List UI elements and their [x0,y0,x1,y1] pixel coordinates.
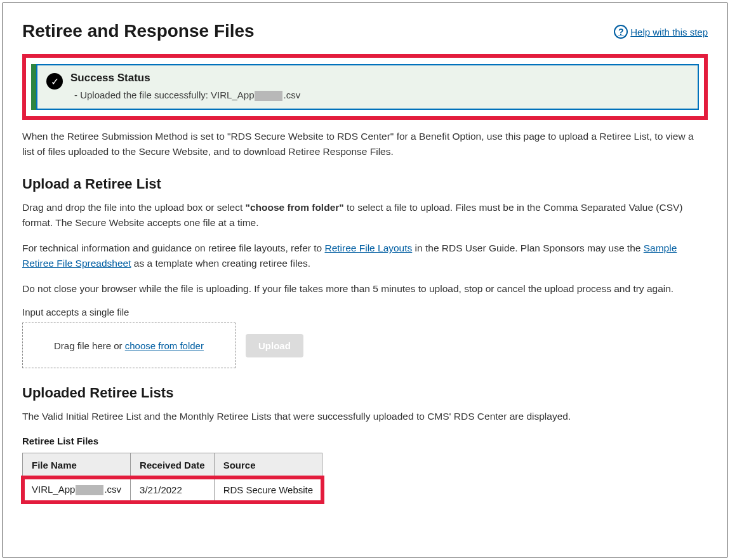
col-file-name: File Name [23,453,131,477]
success-alert-highlight: ✓ Success Status - Uploaded the file suc… [22,54,708,120]
upload-button[interactable]: Upload [246,334,303,357]
table-caption: Retiree List Files [22,436,708,446]
table-row: VIRL_App.csv 3/21/2022 RDS Secure Websit… [23,477,322,502]
alert-title: Success Status [70,72,689,84]
cell-source: RDS Secure Website [214,477,322,502]
cell-file-name: VIRL_App.csv [23,477,131,502]
upload-heading: Upload a Retiree List [22,176,708,192]
upload-instruction-2: For technical information and guidance o… [22,241,708,271]
lists-desc: The Valid Initial Retiree List and the M… [22,409,708,424]
retiree-file-layouts-link[interactable]: Retiree File Layouts [324,243,412,253]
success-alert: ✓ Success Status - Uploaded the file suc… [31,64,699,110]
col-source: Source [214,453,322,477]
check-icon: ✓ [46,73,63,90]
page-title: Retiree and Response Files [22,21,255,41]
retiree-files-table: File Name Received Date Source VIRL_App.… [22,453,322,502]
col-received-date: Received Date [131,453,215,477]
choose-from-folder-link[interactable]: choose from folder [125,340,204,351]
lists-heading: Uploaded Retiree Lists [22,385,708,401]
help-link[interactable]: ? Help with this step [614,25,708,39]
cell-received-date: 3/21/2022 [131,477,215,502]
dropzone-text: Drag file here or [54,340,125,351]
alert-message: - Uploaded the file successfully: VIRL_A… [70,90,689,101]
file-dropzone[interactable]: Drag file here or choose from folder [22,323,236,368]
upload-instruction-1: Drag and drop the file into the upload b… [22,200,708,230]
intro-text: When the Retiree Submission Method is se… [22,129,708,159]
help-link-text: Help with this step [630,27,708,37]
input-label: Input accepts a single file [22,307,708,317]
help-icon: ? [614,25,628,39]
redacted-text [76,485,103,495]
upload-instruction-3: Do not close your browser while the file… [22,281,708,297]
redacted-text [255,91,282,101]
